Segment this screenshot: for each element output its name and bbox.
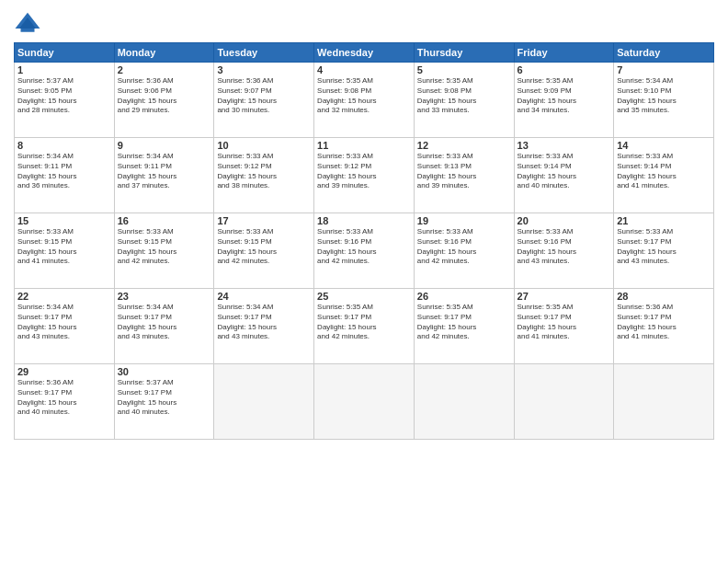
day-info: Sunrise: 5:33 AMSunset: 9:13 PMDaylight:… [417, 152, 511, 191]
day-info: Sunrise: 5:36 AMSunset: 9:17 PMDaylight:… [617, 303, 711, 342]
calendar-cell: 25Sunrise: 5:35 AMSunset: 9:17 PMDayligh… [314, 289, 415, 364]
day-info: Sunrise: 5:33 AMSunset: 9:16 PMDaylight:… [417, 227, 511, 267]
day-number: 1 [17, 64, 111, 75]
calendar-cell: 9Sunrise: 5:34 AMSunset: 9:11 PMDaylight… [114, 138, 214, 213]
day-info: Sunrise: 5:35 AMSunset: 9:08 PMDaylight:… [417, 76, 511, 116]
day-number: 18 [317, 215, 411, 226]
calendar-cell [314, 364, 415, 440]
day-info: Sunrise: 5:34 AMSunset: 9:17 PMDaylight:… [17, 303, 111, 342]
header-thursday: Thursday [414, 43, 514, 63]
day-number: 27 [518, 291, 611, 302]
calendar-cell: 20Sunrise: 5:33 AMSunset: 9:16 PMDayligh… [514, 213, 614, 289]
day-number: 29 [17, 366, 111, 377]
calendar-cell: 19Sunrise: 5:33 AMSunset: 9:16 PMDayligh… [414, 213, 514, 289]
day-info: Sunrise: 5:34 AMSunset: 9:11 PMDaylight:… [118, 152, 211, 191]
svg-rect-2 [21, 29, 35, 32]
calendar-row: 15Sunrise: 5:33 AMSunset: 9:15 PMDayligh… [15, 213, 714, 289]
logo-icon [14, 9, 41, 37]
day-number: 21 [617, 215, 711, 226]
calendar-cell [414, 364, 514, 440]
day-info: Sunrise: 5:36 AMSunset: 9:17 PMDaylight:… [17, 378, 111, 418]
day-number: 11 [317, 140, 411, 151]
calendar-cell: 4Sunrise: 5:35 AMSunset: 9:08 PMDaylight… [314, 63, 415, 138]
day-number: 9 [118, 140, 211, 151]
calendar-cell: 16Sunrise: 5:33 AMSunset: 9:15 PMDayligh… [114, 213, 214, 289]
day-number: 20 [518, 215, 611, 226]
day-number: 26 [417, 291, 511, 302]
day-info: Sunrise: 5:37 AMSunset: 9:17 PMDaylight:… [118, 378, 211, 418]
calendar-cell: 2Sunrise: 5:36 AMSunset: 9:06 PMDaylight… [114, 63, 214, 138]
calendar-cell: 5Sunrise: 5:35 AMSunset: 9:08 PMDaylight… [414, 63, 514, 138]
day-info: Sunrise: 5:33 AMSunset: 9:15 PMDaylight:… [17, 227, 111, 267]
day-info: Sunrise: 5:33 AMSunset: 9:15 PMDaylight:… [217, 227, 311, 267]
day-number: 3 [217, 64, 311, 75]
day-info: Sunrise: 5:36 AMSunset: 9:07 PMDaylight:… [217, 76, 311, 116]
calendar-cell: 13Sunrise: 5:33 AMSunset: 9:14 PMDayligh… [514, 138, 614, 213]
calendar-row: 29Sunrise: 5:36 AMSunset: 9:17 PMDayligh… [15, 364, 714, 440]
calendar-cell: 12Sunrise: 5:33 AMSunset: 9:13 PMDayligh… [414, 138, 514, 213]
calendar-cell: 24Sunrise: 5:34 AMSunset: 9:17 PMDayligh… [214, 289, 314, 364]
day-info: Sunrise: 5:37 AMSunset: 9:05 PMDaylight:… [17, 76, 111, 116]
calendar-cell: 10Sunrise: 5:33 AMSunset: 9:12 PMDayligh… [214, 138, 314, 213]
day-info: Sunrise: 5:35 AMSunset: 9:17 PMDaylight:… [417, 303, 511, 342]
calendar-cell [514, 364, 614, 440]
calendar-cell: 14Sunrise: 5:33 AMSunset: 9:14 PMDayligh… [614, 138, 714, 213]
day-number: 13 [518, 140, 611, 151]
day-number: 8 [17, 140, 111, 151]
logo [14, 9, 45, 37]
calendar-cell: 17Sunrise: 5:33 AMSunset: 9:15 PMDayligh… [214, 213, 314, 289]
day-info: Sunrise: 5:36 AMSunset: 9:06 PMDaylight:… [118, 76, 211, 116]
calendar-cell: 3Sunrise: 5:36 AMSunset: 9:07 PMDaylight… [214, 63, 314, 138]
day-info: Sunrise: 5:33 AMSunset: 9:15 PMDaylight:… [118, 227, 211, 267]
calendar-row: 8Sunrise: 5:34 AMSunset: 9:11 PMDaylight… [15, 138, 714, 213]
day-info: Sunrise: 5:33 AMSunset: 9:14 PMDaylight:… [518, 152, 611, 191]
calendar-cell: 26Sunrise: 5:35 AMSunset: 9:17 PMDayligh… [414, 289, 514, 364]
calendar-cell: 30Sunrise: 5:37 AMSunset: 9:17 PMDayligh… [114, 364, 214, 440]
calendar-cell: 6Sunrise: 5:35 AMSunset: 9:09 PMDaylight… [514, 63, 614, 138]
calendar-cell: 18Sunrise: 5:33 AMSunset: 9:16 PMDayligh… [314, 213, 415, 289]
calendar-cell: 27Sunrise: 5:35 AMSunset: 9:17 PMDayligh… [514, 289, 614, 364]
day-info: Sunrise: 5:35 AMSunset: 9:08 PMDaylight:… [317, 76, 411, 116]
day-number: 19 [417, 215, 511, 226]
day-number: 23 [118, 291, 211, 302]
day-info: Sunrise: 5:33 AMSunset: 9:16 PMDaylight:… [518, 227, 611, 267]
calendar-cell: 11Sunrise: 5:33 AMSunset: 9:12 PMDayligh… [314, 138, 415, 213]
day-number: 4 [317, 64, 411, 75]
day-number: 28 [617, 291, 711, 302]
day-number: 12 [417, 140, 511, 151]
day-number: 30 [118, 366, 211, 377]
calendar-cell: 8Sunrise: 5:34 AMSunset: 9:11 PMDaylight… [15, 138, 115, 213]
day-info: Sunrise: 5:34 AMSunset: 9:17 PMDaylight:… [118, 303, 211, 342]
calendar-cell: 22Sunrise: 5:34 AMSunset: 9:17 PMDayligh… [15, 289, 115, 364]
calendar-cell: 15Sunrise: 5:33 AMSunset: 9:15 PMDayligh… [15, 213, 115, 289]
day-number: 7 [617, 64, 711, 75]
day-number: 2 [118, 64, 211, 75]
header-sunday: Sunday [15, 43, 115, 63]
calendar-cell [614, 364, 714, 440]
calendar-cell: 23Sunrise: 5:34 AMSunset: 9:17 PMDayligh… [114, 289, 214, 364]
day-number: 16 [118, 215, 211, 226]
calendar-row: 22Sunrise: 5:34 AMSunset: 9:17 PMDayligh… [15, 289, 714, 364]
day-info: Sunrise: 5:33 AMSunset: 9:17 PMDaylight:… [617, 227, 711, 267]
day-info: Sunrise: 5:34 AMSunset: 9:10 PMDaylight:… [617, 76, 711, 116]
day-number: 24 [217, 291, 311, 302]
day-info: Sunrise: 5:33 AMSunset: 9:16 PMDaylight:… [317, 227, 411, 267]
day-info: Sunrise: 5:33 AMSunset: 9:12 PMDaylight:… [317, 152, 411, 191]
calendar-cell: 7Sunrise: 5:34 AMSunset: 9:10 PMDaylight… [614, 63, 714, 138]
day-info: Sunrise: 5:33 AMSunset: 9:12 PMDaylight:… [217, 152, 311, 191]
header-wednesday: Wednesday [314, 43, 415, 63]
calendar-cell: 21Sunrise: 5:33 AMSunset: 9:17 PMDayligh… [614, 213, 714, 289]
day-number: 14 [617, 140, 711, 151]
header-tuesday: Tuesday [214, 43, 314, 63]
calendar-cell: 28Sunrise: 5:36 AMSunset: 9:17 PMDayligh… [614, 289, 714, 364]
header-friday: Friday [514, 43, 614, 63]
day-info: Sunrise: 5:34 AMSunset: 9:17 PMDaylight:… [217, 303, 311, 342]
day-number: 6 [518, 64, 611, 75]
header-row: SundayMondayTuesdayWednesdayThursdayFrid… [15, 43, 714, 63]
day-number: 17 [217, 215, 311, 226]
day-info: Sunrise: 5:35 AMSunset: 9:09 PMDaylight:… [518, 76, 611, 116]
day-number: 5 [417, 64, 511, 75]
calendar-cell: 29Sunrise: 5:36 AMSunset: 9:17 PMDayligh… [15, 364, 115, 440]
header-saturday: Saturday [614, 43, 714, 63]
header-monday: Monday [114, 43, 214, 63]
